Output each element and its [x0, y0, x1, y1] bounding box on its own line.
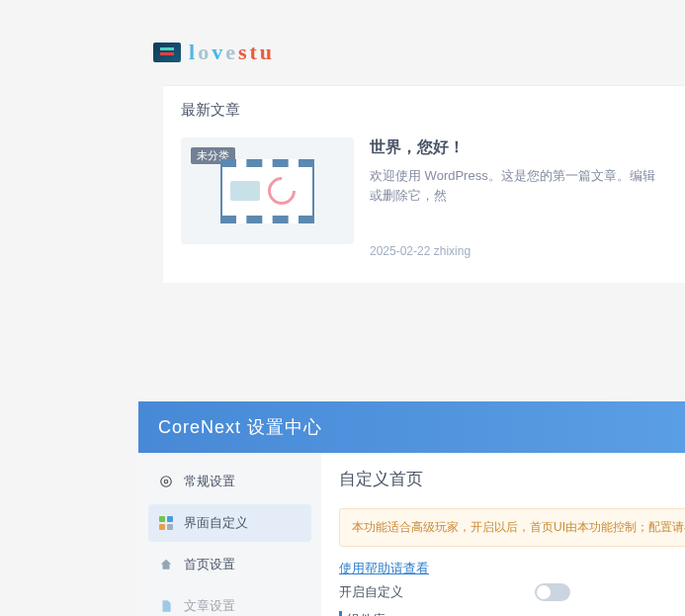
latest-articles-card: 最新文章 未分类 世界，您好！ 欢迎使用 WordPress。这是您的第一篇文章… — [163, 85, 685, 283]
article-excerpt: 欢迎使用 WordPress。这是您的第一篇文章。编辑或删除它，然 — [370, 166, 667, 205]
settings-content: 自定义首页 本功能适合高级玩家，开启以后，首页UI由本功能控制；配置请在 使用帮… — [321, 453, 685, 616]
article-title[interactable]: 世界，您好！ — [370, 137, 667, 158]
grid-icon — [158, 515, 174, 531]
help-link[interactable]: 使用帮助请查看 — [339, 561, 429, 575]
logo-text: lovestu — [189, 40, 275, 65]
sidebar-item-label: 界面自定义 — [184, 514, 248, 532]
section-heading: 最新文章 — [181, 101, 667, 120]
settings-body: 常规设置 界面自定义 首页设置 文章设置 — [138, 453, 685, 616]
site-logo[interactable]: lovestu — [0, 0, 685, 85]
settings-header: CoreNext 设置中心 — [138, 401, 685, 453]
file-icon — [158, 598, 174, 614]
toggle-label: 开启自定义 — [339, 583, 403, 601]
article-meta: 2025-02-22 zhixing — [370, 244, 667, 258]
article-thumbnail: 未分类 — [181, 137, 354, 244]
sidebar-item-label: 文章设置 — [184, 597, 235, 615]
sidebar-item-label: 首页设置 — [184, 556, 235, 573]
svg-point-1 — [161, 477, 172, 487]
logo-icon — [153, 43, 181, 62]
article-item[interactable]: 未分类 世界，您好！ 欢迎使用 WordPress。这是您的第一篇文章。编辑或删… — [181, 137, 667, 258]
content-title: 自定义首页 — [339, 468, 685, 490]
components-label: 组件库 — [339, 611, 385, 616]
sidebar-item-general[interactable]: 常规设置 — [148, 463, 311, 500]
settings-sidebar: 常规设置 界面自定义 首页设置 文章设置 — [138, 453, 321, 616]
placeholder-image — [220, 159, 314, 223]
home-icon — [158, 557, 174, 572]
sidebar-item-home[interactable]: 首页设置 — [148, 546, 311, 583]
sidebar-item-article[interactable]: 文章设置 — [148, 587, 311, 616]
enable-custom-toggle[interactable] — [535, 583, 570, 601]
gear-icon — [158, 474, 174, 489]
sidebar-item-label: 常规设置 — [184, 473, 235, 490]
notice-bar: 本功能适合高级玩家，开启以后，首页UI由本功能控制；配置请在 — [339, 508, 685, 547]
svg-point-0 — [164, 480, 168, 484]
sidebar-item-ui[interactable]: 界面自定义 — [148, 504, 311, 542]
